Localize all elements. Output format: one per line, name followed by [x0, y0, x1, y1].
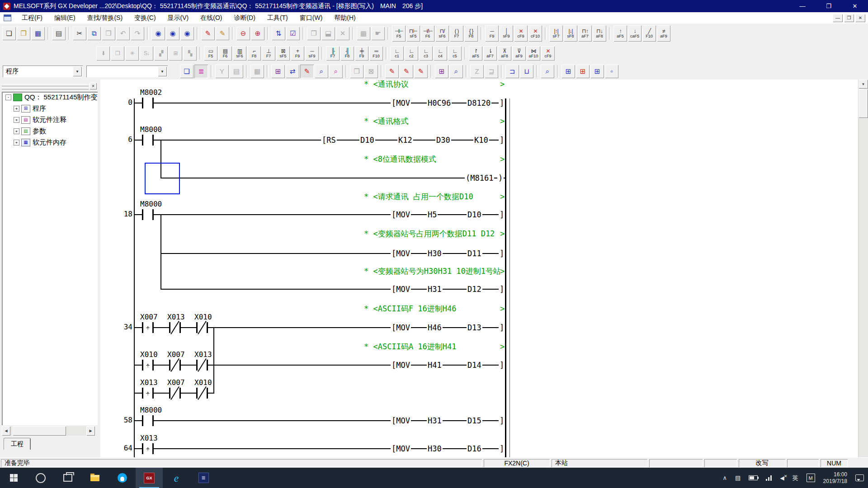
close-all-button[interactable]: ✕	[336, 27, 349, 40]
tray-expand-icon[interactable]: ∧	[723, 474, 727, 481]
partial-run-button[interactable]: ⊐	[505, 65, 519, 78]
connect-line-button[interactable]: ∟c4	[434, 46, 447, 61]
sfc-s1s9-button[interactable]: S↓	[140, 46, 153, 61]
parallel-falling-pulse-button[interactable]: ⊓↓aF8	[593, 25, 606, 42]
rung-comment[interactable]: * <ASCII码F 16进制H46	[364, 304, 457, 314]
op-result-invert-button[interactable]: ≠aF9	[657, 25, 670, 42]
instruction[interactable]: [RS	[321, 135, 337, 145]
redo-button[interactable]: ↷	[131, 27, 144, 40]
rule-button[interactable]: ⇂aF7	[483, 46, 497, 61]
instruction[interactable]: [MOV	[391, 323, 411, 333]
sfc-step-button[interactable]: ⬇	[96, 46, 110, 61]
internet-explorer-button[interactable]: e	[163, 468, 190, 488]
parallel-open-contact-button[interactable]: ⊓⊢sF5	[406, 25, 420, 42]
operand[interactable]: K12	[397, 135, 413, 145]
ladder-vertical-scrollbar[interactable]: ▲ ▼	[858, 80, 868, 457]
paste-button[interactable]: ❒	[102, 27, 115, 40]
plc-app-button[interactable]: ≣	[190, 468, 217, 488]
sfc-symbol-button[interactable]: ─sF9	[305, 46, 319, 61]
coil-button[interactable]: ( )F7	[450, 25, 463, 42]
coil[interactable]: (M8161	[465, 173, 494, 183]
tile-windows-button[interactable]: ⬓	[321, 27, 335, 40]
program-name-dropdown[interactable]: ▼	[86, 66, 168, 77]
panel-close-icon[interactable]: ×	[90, 83, 97, 89]
sfc-symbol-button[interactable]: ▤F6	[218, 46, 232, 61]
find-device-button[interactable]: ◉	[180, 27, 194, 40]
save-display-button[interactable]: ▦	[357, 27, 370, 40]
edit-cursor[interactable]	[145, 163, 180, 194]
instruction[interactable]: [MOV	[391, 416, 411, 426]
contact-rising-pulse[interactable]: ↑	[142, 360, 154, 371]
tree-item[interactable]: + ▤ 参数	[2, 126, 98, 137]
horizontal-line-button[interactable]: ─F9	[485, 25, 499, 42]
rule-button[interactable]: ↾aF5	[469, 46, 482, 61]
mdi-close-button[interactable]: ✕	[855, 14, 865, 22]
cascade-windows-button[interactable]: ❐	[307, 27, 321, 40]
project-horizontal-scrollbar[interactable]: ◀ ▶	[2, 426, 95, 436]
rung-comment[interactable]: * <通讯协议	[364, 80, 409, 89]
vertical-line-button[interactable]: │sF9	[500, 25, 513, 42]
chevron-down-icon[interactable]: ▼	[73, 66, 82, 76]
gx-developer-button[interactable]: GX	[136, 468, 163, 488]
branch-button[interactable]: ═F10	[369, 46, 383, 61]
language-indicator[interactable]: 英	[793, 474, 798, 482]
undo-button[interactable]: ↶	[116, 27, 130, 40]
delete-vertical-line-button[interactable]: ✕cF10	[528, 25, 542, 42]
contact-rising-pulse[interactable]: ↑	[142, 388, 154, 399]
cut-button[interactable]: ✂	[73, 27, 86, 40]
contact-open[interactable]	[142, 209, 154, 220]
print-button[interactable]: ▤	[52, 27, 66, 40]
contact-rising-pulse[interactable]: ↑	[142, 322, 154, 333]
application-instruction-button[interactable]: { }F8	[464, 25, 478, 42]
zoom-in-button[interactable]: ⊕	[251, 27, 264, 40]
sfc-symbol-button[interactable]: ⊠sF5	[276, 46, 290, 61]
mdi-document-icon[interactable]	[4, 14, 11, 21]
op-result-rising-button[interactable]: ↑aF5	[613, 25, 627, 42]
contact-coil-list-button[interactable]: ▦	[250, 65, 264, 78]
signal-icon[interactable]	[766, 475, 772, 481]
line-write-button[interactable]: ╱F10	[642, 25, 656, 42]
scroll-right-icon[interactable]: ▶	[86, 426, 95, 436]
sfc-sort-button[interactable]: ▚	[183, 46, 197, 61]
instruction[interactable]: [MOV	[391, 284, 411, 294]
connect-line-button[interactable]: ∟c2	[405, 46, 418, 61]
close-button[interactable]: ✕	[842, 0, 868, 12]
operand[interactable]: D13	[467, 323, 482, 333]
program-check-button[interactable]: ⌕	[541, 65, 554, 78]
contact-closed[interactable]	[169, 388, 181, 399]
ime-icon[interactable]: M	[807, 474, 815, 482]
screen-split-button[interactable]: ▫	[605, 65, 618, 78]
operand[interactable]: H31	[427, 416, 443, 426]
file-explorer-button[interactable]	[81, 468, 108, 488]
menu-convert[interactable]: 变换(C)	[128, 13, 161, 23]
operand[interactable]: K10	[473, 135, 489, 145]
sfc-grid-button[interactable]: ⊞	[169, 46, 182, 61]
minimize-button[interactable]: —	[789, 0, 816, 12]
qq-button[interactable]	[108, 468, 136, 488]
task-view-button[interactable]	[54, 468, 81, 488]
sfc-split-button[interactable]: ▞	[154, 46, 168, 61]
statement-write-button[interactable]: ✎	[400, 65, 413, 78]
device-test-button[interactable]: ⊞	[435, 65, 448, 78]
comment-display-button[interactable]: ▤	[230, 65, 243, 78]
monitor-write-mode-button[interactable]: ⌕	[329, 65, 343, 78]
menu-project[interactable]: 工程(F)	[16, 13, 48, 23]
ladder-list-toggle-button[interactable]: ❏	[180, 65, 193, 78]
sfc-symbol-button[interactable]: ▭F5	[204, 46, 217, 61]
menu-edit[interactable]: 编辑(E)	[48, 13, 81, 23]
tree-expander-icon[interactable]: +	[14, 117, 19, 123]
open-button[interactable]: ❐	[17, 27, 30, 40]
delete-horizontal-line-button[interactable]: ✕cF9	[514, 25, 528, 42]
contact-closed[interactable]	[196, 360, 208, 371]
contact-open[interactable]	[142, 415, 154, 426]
tree-expander-icon[interactable]: -	[5, 94, 11, 100]
branch-button[interactable]: ╪F9	[355, 46, 368, 61]
instruction[interactable]: [MOV	[391, 360, 411, 370]
contact-open[interactable]	[142, 98, 154, 108]
tree-expander-icon[interactable]: +	[14, 128, 19, 134]
menu-window[interactable]: 窗口(W)	[294, 13, 329, 23]
menu-tools[interactable]: 工具(T)	[261, 13, 294, 23]
parallel-rising-pulse-button[interactable]: ⊓↑aF7	[578, 25, 592, 42]
dock-grip[interactable]	[2, 83, 89, 89]
statement-edit-button[interactable]: ⊠	[364, 65, 378, 78]
